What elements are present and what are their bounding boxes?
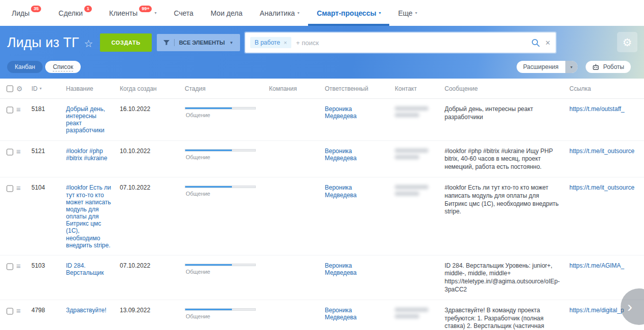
contact-cell (391, 184, 440, 196)
nav-label: Смарт-процессы (317, 9, 376, 17)
table-row[interactable]: ≡ 5181 Добрый день, интересны реакт разр… (0, 99, 644, 141)
telegram-link[interactable]: https://t.me/digital_p (569, 307, 624, 314)
column-header-name[interactable]: Название (62, 85, 116, 92)
row-checkbox[interactable] (7, 106, 13, 114)
telegram-link[interactable]: https://t.me/AGIMA_ (569, 262, 624, 269)
column-header-id[interactable]: ID▾ (27, 85, 62, 92)
row-checkbox[interactable] (7, 263, 13, 270)
stage-progress-bar (185, 186, 256, 188)
responsible-link[interactable]: Вероника Медведева (325, 148, 366, 162)
message-text: Добрый день, интересны реакт разработчик… (445, 105, 533, 121)
row-menu-icon[interactable]: ≡ (16, 147, 21, 156)
search-bar[interactable]: В работе × ✕ (245, 32, 556, 53)
nav-label: Еще (398, 9, 413, 17)
filter-chip-in-progress[interactable]: В работе × (250, 37, 291, 48)
nav-item-clients[interactable]: Клиенты 99+ ▾ (100, 0, 165, 26)
table-row[interactable]: ≡ 5121 #lookfor #php #bitrix #ukraine 10… (0, 141, 644, 178)
column-header-message[interactable]: Сообщение (440, 85, 565, 92)
row-checkbox[interactable] (7, 149, 13, 156)
search-input[interactable] (291, 39, 531, 47)
created-date: 10.10.2022 (116, 148, 181, 155)
settings-gear-button[interactable]: ⚙ (617, 32, 637, 52)
row-id: 4798 (27, 307, 62, 314)
message-text: #lookfor Есть ли тут кто-то кто может на… (445, 184, 559, 215)
nav-item-analytics[interactable]: Аналитика ▾ (251, 0, 308, 26)
table-row[interactable]: ≡ 5103 ID 284. Верстальщик 07.10.2022 Об… (0, 255, 644, 300)
contact-redacted (395, 185, 428, 196)
column-header-stage[interactable]: Стадия (181, 85, 265, 92)
row-menu-icon[interactable]: ≡ (16, 262, 21, 270)
sort-caret-icon: ▾ (40, 86, 42, 91)
created-date: 16.10.2022 (116, 105, 181, 113)
chevron-down-icon: ▾ (415, 11, 417, 15)
chevron-down-icon[interactable]: ▼ (565, 61, 578, 73)
contact-cell (391, 148, 440, 159)
row-checkbox[interactable] (7, 185, 13, 192)
row-id: 5181 (27, 105, 62, 113)
stage-progress-fill (185, 186, 232, 188)
nav-item-smart-processes[interactable]: Смарт-процессы ▾ (308, 0, 389, 26)
stage-label: Общение (185, 112, 261, 119)
search-clear-icon[interactable]: ✕ (545, 39, 551, 47)
tab-label: Канбан (15, 63, 35, 70)
chip-remove-icon[interactable]: × (284, 40, 287, 46)
stage-label: Общение (185, 154, 261, 161)
tab-kanban[interactable]: Канбан (7, 61, 43, 73)
filter-label: ВСЕ ЭЛЕМЕНТЫ (179, 40, 225, 46)
nav-item-leads[interactable]: Лиды 35 (3, 0, 50, 26)
extensions-button[interactable]: Расширения ▼ (517, 61, 578, 73)
stage-cell: Общение (181, 148, 265, 161)
robots-button[interactable]: Роботы (586, 61, 631, 73)
nav-item-invoices[interactable]: Счета (165, 0, 202, 26)
telegram-link[interactable]: https://t.me/outstaff_ (569, 105, 625, 113)
chevron-down-icon: ▾ (297, 11, 299, 15)
row-menu-icon[interactable]: ≡ (16, 184, 21, 192)
column-header-company[interactable]: Компания (265, 85, 321, 92)
select-all-checkbox[interactable] (7, 85, 13, 92)
create-button[interactable]: СОЗДАТЬ (100, 33, 151, 52)
app-window: Лиды 35 Сделки 1 Клиенты 99+ ▾ Счета Мои… (0, 0, 644, 330)
table-row[interactable]: ≡ 4798 Здравствуйте! 13.09.2022 Общение … (0, 300, 644, 330)
grid-settings-gear-icon[interactable]: ⚙ (16, 85, 23, 93)
telegram-link[interactable]: https://t.me/it_outsource (569, 148, 634, 155)
contact-cell (391, 105, 440, 117)
filter-preset-button[interactable]: ВСЕ ЭЛЕМЕНТЫ ▼ (157, 34, 240, 51)
nav-item-more[interactable]: Еще ▾ (389, 0, 426, 26)
contact-cell (391, 307, 440, 318)
lead-name-link[interactable]: #lookfor Есть ли тут кто-то кто может на… (66, 184, 111, 248)
responsible-link[interactable]: Вероника Медведева (325, 262, 366, 276)
lead-name-link[interactable]: ID 284. Верстальщик (66, 262, 104, 276)
tab-label: Список (53, 63, 73, 71)
lead-name-link[interactable]: #lookfor #php #bitrix #ukraine (66, 148, 107, 162)
extensions-label: Расширения (517, 61, 565, 73)
row-menu-icon[interactable]: ≡ (16, 105, 21, 114)
lead-name-link[interactable]: Здравствуйте! (66, 307, 107, 314)
stage-label: Общение (185, 191, 261, 197)
message-text: Здравствуйте! В команду проекта требуютс… (445, 307, 556, 330)
row-id: 5103 (27, 262, 62, 269)
stage-progress-fill (185, 264, 232, 266)
nav-item-my-tasks[interactable]: Мои дела (202, 0, 251, 26)
row-checkbox[interactable] (7, 308, 13, 315)
nav-label: Аналитика (260, 9, 295, 17)
column-header-responsible[interactable]: Ответственный (321, 85, 391, 92)
lead-name-link[interactable]: Добрый день, интересны реакт разработчик… (66, 105, 105, 134)
table-header-row: ⚙ ID▾ Название Когда создан Стадия Компа… (0, 79, 644, 99)
column-header-link[interactable]: Ссылка (565, 85, 644, 92)
column-header-created[interactable]: Когда создан (116, 85, 181, 92)
responsible-link[interactable]: Вероника Медведева (325, 307, 366, 321)
row-menu-icon[interactable]: ≡ (16, 306, 21, 315)
nav-label: Мои дела (211, 9, 243, 17)
table-row[interactable]: ≡ 5104 #lookfor Есть ли тут кто-то кто м… (0, 177, 644, 255)
telegram-link[interactable]: https://t.me/it_outsource (569, 184, 634, 191)
search-icon[interactable] (531, 39, 540, 47)
column-header-contact[interactable]: Контакт (391, 85, 440, 92)
message-text: #lookfor #php #bitrix #ukraine Ищу PHP b… (445, 148, 553, 170)
page-title: Лиды из ТГ (7, 35, 79, 51)
favorite-star-icon[interactable]: ☆ (84, 38, 93, 50)
nav-item-deals[interactable]: Сделки 1 (50, 0, 100, 26)
contact-redacted (395, 149, 428, 159)
responsible-link[interactable]: Вероника Медведева (325, 184, 366, 198)
responsible-link[interactable]: Вероника Медведева (325, 105, 366, 120)
tab-list[interactable]: Список (45, 61, 81, 73)
